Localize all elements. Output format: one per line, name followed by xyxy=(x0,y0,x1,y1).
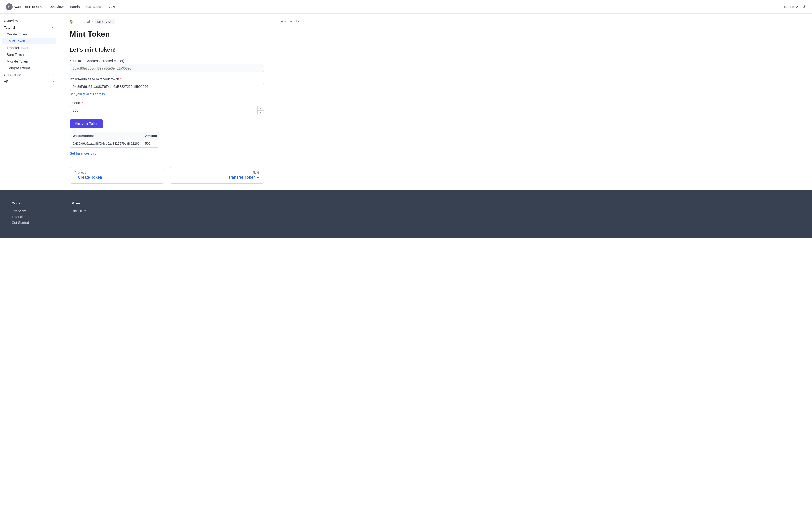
footer-docs-section: Docs Overview Tutorial Get Started xyxy=(12,201,60,226)
nav-links: Overview Tutorial Get Started API xyxy=(49,5,115,9)
chevron-down-icon: ▼ xyxy=(51,26,54,29)
sidebar-item-create-token[interactable]: Create Token xyxy=(0,31,58,38)
nav-link-tutorial[interactable]: Tutorial xyxy=(69,5,81,9)
external-link-icon-footer: ↗ xyxy=(83,209,86,213)
footer-link-get-started[interactable]: Get Started xyxy=(12,221,60,225)
chevron-right-icon-2: › xyxy=(53,80,54,83)
table-header-wallet: WalletAddress xyxy=(70,132,142,140)
amount-input-wrapper: ▲ ▼ xyxy=(69,106,264,114)
pagination-nav: Previous « Create Token Next Transfer To… xyxy=(69,167,264,184)
breadcrumb-sep-2: › xyxy=(92,20,93,24)
footer-link-overview[interactable]: Overview xyxy=(12,209,60,213)
required-star-wallet: * xyxy=(120,77,121,81)
nav-link-api[interactable]: API xyxy=(109,5,115,9)
nav-link-get-started[interactable]: Get Started xyxy=(86,5,104,9)
next-label: Next xyxy=(175,171,259,174)
sidebar-item-overview[interactable]: Overview xyxy=(0,17,58,24)
sidebar-item-transfer-token[interactable]: Transfer Token xyxy=(0,44,58,51)
table-cell-amount: 500 xyxy=(142,140,159,148)
breadcrumb: 🏠 › Tutorial › Mint Token xyxy=(69,19,264,24)
table-row: 0xf39fd6e51aad88f6f4ce6ab8827279cfffb922… xyxy=(70,140,159,148)
sidebar-item-migrate-token[interactable]: Migrate Token xyxy=(0,58,58,65)
nav-link-overview[interactable]: Overview xyxy=(49,5,63,9)
sidebar: Overview Tutorial ▼ Create Token Mint To… xyxy=(0,13,58,189)
github-link[interactable]: GitHub ↗ xyxy=(784,5,799,9)
mint-token-button[interactable]: Mint your Token xyxy=(69,119,103,128)
section-title: Let's mint token! xyxy=(69,46,264,53)
logo-icon: ⛽ xyxy=(6,3,12,10)
get-balances-link[interactable]: Get balances List xyxy=(69,151,96,155)
footer-more-title: More xyxy=(71,201,120,205)
logo-text: Gas-Free Token xyxy=(14,5,42,9)
token-address-group: Your Token Address (created earlier) xyxy=(69,59,264,72)
next-page-card[interactable]: Next Transfer Token » xyxy=(170,167,264,184)
table-header-amount: Amount xyxy=(142,132,159,140)
logo[interactable]: ⛽ Gas-Free Token xyxy=(6,3,42,10)
token-address-input[interactable] xyxy=(69,64,264,72)
footer-github-link[interactable]: GitHub ↗ xyxy=(71,209,120,213)
sidebar-item-congratulations[interactable]: Congratulations! xyxy=(0,65,58,71)
footer-link-tutorial[interactable]: Tutorial xyxy=(12,215,60,219)
amount-input[interactable] xyxy=(69,106,264,114)
footer-docs-title: Docs xyxy=(12,201,60,205)
sidebar-item-burn-token[interactable]: Burn Token xyxy=(0,51,58,58)
footer-more-section: More GitHub ↗ xyxy=(71,201,120,226)
page-title: Mint Token xyxy=(69,30,264,39)
chevron-right-icon: › xyxy=(53,73,54,76)
set-wallet-address-link[interactable]: Set your WalletAddress xyxy=(69,92,105,96)
table-cell-wallet: 0xf39fd6e51aad88f6f4ce6ab8827279cfffb922… xyxy=(70,140,142,148)
right-sidebar-toc: Let's mint token! xyxy=(275,13,324,189)
prev-label: Previous xyxy=(75,171,159,174)
home-icon[interactable]: 🏠 xyxy=(69,20,74,24)
github-label: GitHub xyxy=(784,5,795,9)
wallet-address-label: WalletAddress to mint your token * xyxy=(69,77,264,81)
token-address-label: Your Token Address (created earlier) xyxy=(69,59,264,63)
breadcrumb-current: Mint Token xyxy=(95,19,115,24)
breadcrumb-tutorial[interactable]: Tutorial xyxy=(79,20,90,24)
required-star-amount: * xyxy=(82,101,83,105)
main-content: 🏠 › Tutorial › Mint Token Mint Token Let… xyxy=(58,13,275,189)
amount-group: amount * ▲ ▼ xyxy=(69,101,264,114)
breadcrumb-sep-1: › xyxy=(75,20,77,24)
wallet-address-group: WalletAddress to mint your token * Set y… xyxy=(69,77,264,96)
sidebar-item-mint-token[interactable]: Mint Token xyxy=(2,38,56,44)
nav-right: GitHub ↗ ☀ xyxy=(784,4,806,9)
page-body: Overview Tutorial ▼ Create Token Mint To… xyxy=(0,13,812,189)
prev-page-card[interactable]: Previous « Create Token xyxy=(69,167,164,184)
amount-label: amount * xyxy=(69,101,264,105)
nav-left: ⛽ Gas-Free Token Overview Tutorial Get S… xyxy=(6,3,115,10)
sidebar-item-api[interactable]: API › xyxy=(0,78,58,85)
balances-table: WalletAddress Amount 0xf39fd6e51aad88f6f… xyxy=(69,132,159,148)
footer: Docs Overview Tutorial Get Started More … xyxy=(0,189,812,238)
prev-title: « Create Token xyxy=(75,175,159,180)
external-link-icon: ↗ xyxy=(796,5,799,9)
amount-decrement-button[interactable]: ▼ xyxy=(258,111,264,115)
sidebar-item-tutorial[interactable]: Tutorial ▼ xyxy=(0,24,58,31)
next-title: Transfer Token » xyxy=(175,175,259,180)
amount-increment-button[interactable]: ▲ xyxy=(258,106,264,111)
wallet-address-input[interactable] xyxy=(69,82,264,91)
toc-link-mint[interactable]: Let's mint token! xyxy=(280,19,302,23)
top-navigation: ⛽ Gas-Free Token Overview Tutorial Get S… xyxy=(0,0,812,13)
amount-spinners: ▲ ▼ xyxy=(257,106,264,114)
sidebar-item-get-started[interactable]: Get Started › xyxy=(0,71,58,78)
theme-toggle-icon[interactable]: ☀ xyxy=(802,4,806,9)
